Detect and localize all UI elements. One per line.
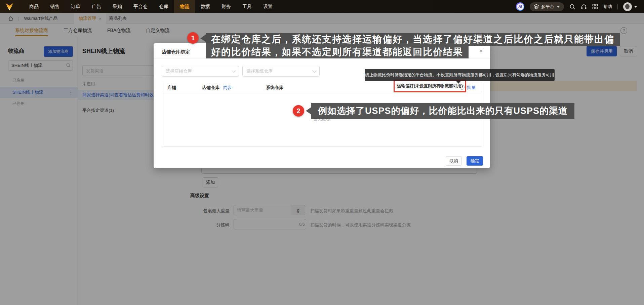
- annotation-badge-2: 2: [293, 105, 304, 117]
- annotation-pointer: [306, 107, 311, 115]
- shop-warehouse-select[interactable]: 选择店铺仓库: [162, 66, 239, 77]
- chevron-down-icon: [313, 69, 316, 73]
- tooltip-arrow: [456, 81, 461, 84]
- batch-link[interactable]: 批量: [467, 85, 476, 91]
- user-menu[interactable]: [623, 2, 637, 11]
- annotation-1-text-line2: 好的比价结果，如果不选定则所有渠道都能返回比价结果: [206, 46, 469, 58]
- top-nav: 商品 销售 订单 广告 采购 平台仓 仓库 物流 数据 财务 工具 设置 AI: [0, 0, 644, 13]
- annotation-2-text: 例如选择了USPS的偏好，比价能比出来的只有USPS的渠道: [311, 103, 574, 119]
- screen: 商品 销售 订单 广告 采购 平台仓 仓库 物流 数据 财务 工具 设置 AI: [0, 0, 644, 305]
- nav-menu: 商品 销售 订单 广告 采购 平台仓 仓库 物流 数据 财务 工具 设置: [24, 0, 278, 13]
- col-transport-preference: 运输偏好(未设置则所有物流都可用): [397, 83, 463, 89]
- modal-confirm-button[interactable]: 确定: [467, 156, 483, 166]
- empty-state: 暂无数据: [162, 92, 482, 146]
- col-shop-warehouse: 店铺仓库: [202, 85, 219, 91]
- nav-item-orders[interactable]: 订单: [65, 0, 86, 13]
- layers-icon: [534, 4, 539, 9]
- nav-item-tools[interactable]: 工具: [237, 0, 257, 13]
- nav-item-products[interactable]: 商品: [24, 0, 44, 13]
- col-system-warehouse: 系统仓库: [266, 85, 283, 91]
- nav-item-purchase[interactable]: 采购: [107, 0, 128, 13]
- modal-cancel-button[interactable]: 取消: [446, 156, 462, 166]
- transport-preference-tooltip: 线上物流比价时筛选指定的平台物流。不设置则所有物流服务都可用，设置后只有勾选的物…: [365, 69, 555, 81]
- apps-grid-icon[interactable]: [592, 4, 598, 9]
- brand-logo-icon[interactable]: [5, 2, 15, 11]
- nav-item-logistics[interactable]: 物流: [174, 0, 195, 13]
- ai-assistant-icon[interactable]: AI: [516, 2, 524, 11]
- headset-icon[interactable]: [581, 4, 587, 10]
- nav-item-warehouse[interactable]: 仓库: [153, 0, 174, 13]
- close-icon[interactable]: ×: [479, 48, 483, 54]
- chevron-down-icon: [232, 69, 236, 73]
- nav-item-settings[interactable]: 设置: [257, 0, 278, 13]
- multi-platform-label: 多平台: [541, 4, 554, 10]
- annotation-badge-1: 1: [187, 32, 199, 44]
- nav-right-cluster: AI 多平台: [516, 0, 644, 13]
- table-header: 店铺 店铺仓库 同步 系统仓库 运输偏好(未设置则所有物流都可用) ? 批量: [162, 82, 482, 92]
- chevron-down-icon: [557, 6, 560, 8]
- nav-item-finance[interactable]: 财务: [216, 0, 237, 13]
- system-warehouse-select[interactable]: 选择系统仓库: [242, 66, 320, 77]
- sync-link[interactable]: 同步: [223, 85, 232, 91]
- multi-platform-dropdown[interactable]: 多平台: [530, 2, 564, 11]
- annotation-highlight-box: 运输偏好(未设置则所有物流都可用): [394, 80, 466, 92]
- nav-item-sales[interactable]: 销售: [44, 0, 65, 13]
- annotation-pointer: [200, 35, 206, 42]
- col-shop: 店铺: [167, 85, 176, 91]
- divider: [617, 4, 618, 9]
- nav-item-platform-wh[interactable]: 平台仓: [128, 0, 153, 13]
- search-icon[interactable]: [569, 4, 575, 10]
- chevron-down-icon: [634, 6, 637, 8]
- help-link[interactable]: 帮助: [603, 4, 612, 10]
- avatar: [623, 2, 632, 11]
- annotation-1-text-line1: 在绑定仓库之后，系统还支持选择运输偏好，当选择了偏好渠道之后比价之后就只能带出偏: [206, 33, 620, 46]
- nav-item-data[interactable]: 数据: [195, 0, 216, 13]
- nav-item-ads[interactable]: 广告: [86, 0, 107, 13]
- modal-title: 店铺仓库绑定: [162, 49, 190, 55]
